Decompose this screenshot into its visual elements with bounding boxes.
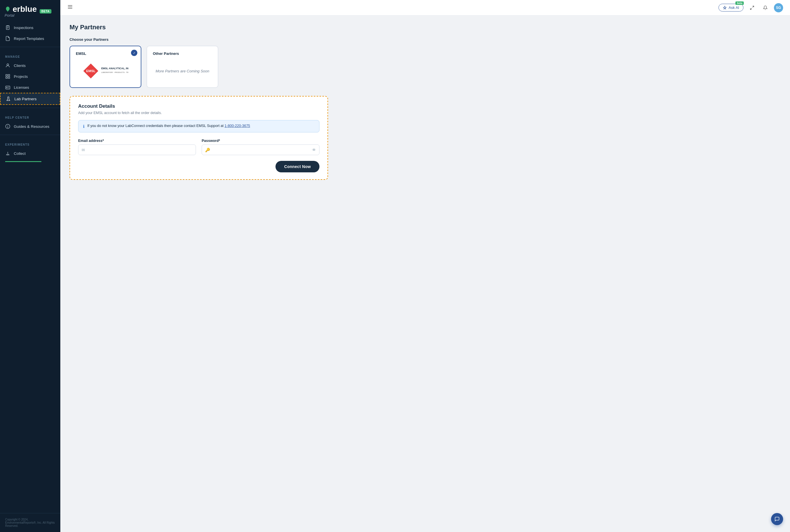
emsl-phone-link[interactable]: 1-800-220-3675 [225,124,250,128]
info-banner-text: If you do not know your LabConnect crede… [87,124,250,128]
email-form-group: Email address* ✉ [78,139,196,155]
password-form-group: Password* 🔑 👁 [202,139,320,155]
svg-point-7 [6,87,7,88]
logo-portal: Portal [5,13,37,18]
bottom-green-bar [5,161,41,162]
password-input-wrapper: 🔑 👁 [202,145,320,155]
emsl-logo-svg: EMSL EMSL ANALYTICAL, INC. LABORATORY · … [82,63,129,79]
sidebar-item-collect[interactable]: Collect [0,148,60,159]
chat-icon [774,516,780,522]
grid-icon [5,74,10,79]
expand-icon[interactable] [748,3,757,12]
info-banner: ℹ If you do not know your LabConnect cre… [78,120,320,132]
ask-ai-button[interactable]: beta Ask AI [718,4,744,12]
svg-text:EMSL ANALYTICAL, INC.: EMSL ANALYTICAL, INC. [101,67,129,70]
account-details-subtitle: Add your EMSL account to fetch all the o… [78,111,320,115]
svg-point-1 [7,64,8,65]
sidebar-item-report-templates-label: Report Templates [14,37,44,41]
logo-leaf-icon [5,6,11,12]
lab-icon [6,96,11,101]
password-label: Password* [202,139,320,143]
svg-rect-4 [6,77,7,78]
svg-point-11 [7,127,8,128]
sidebar-item-guides-label: Guides & Resources [14,125,50,129]
header-right: beta Ask AI SG [718,3,783,12]
page-title: My Partners [70,23,781,31]
email-icon: ✉ [82,148,85,152]
sidebar-item-lab-partners[interactable]: Lab Partners [0,93,60,105]
experiments-section-label: EXPERIMENTS [0,138,60,148]
sidebar-item-licenses-label: Licenses [14,85,29,90]
svg-rect-2 [6,74,7,76]
info-circle-icon [5,124,10,129]
email-input[interactable] [78,145,196,155]
svg-text:EMSL: EMSL [86,69,95,73]
sidebar: erblue Portal BETA Inspections Report Te… [0,0,60,532]
emsl-card-title: EMSL [76,52,135,56]
form-actions: Connect Now [78,161,320,172]
header: beta Ask AI SG [60,0,790,16]
content: My Partners Choose your Partners EMSL ✓ … [60,16,790,532]
emsl-partner-card[interactable]: EMSL ✓ EMSL EMSL ANALYTICAL, INC. LABORA… [70,46,141,88]
sidebar-item-lab-partners-label: Lab Partners [14,97,37,101]
svg-text:LABORATORY · PRODUCTS · TRAINI: LABORATORY · PRODUCTS · TRAINING [101,71,129,73]
sidebar-item-clients-label: Clients [14,63,25,68]
partner-cards: EMSL ✓ EMSL EMSL ANALYTICAL, INC. LABORA… [70,46,781,88]
other-partners-title: Other Partners [153,52,212,56]
emsl-check-badge: ✓ [131,50,137,56]
sidebar-item-projects-label: Projects [14,74,28,79]
chat-fab-button[interactable] [771,513,783,525]
sparkle-icon [723,6,727,10]
svg-rect-5 [8,77,10,78]
user-avatar[interactable]: SG [774,3,783,12]
sidebar-item-inspections-label: Inspections [14,25,33,30]
beta-badge: BETA [40,9,51,14]
clipboard-icon [5,25,10,30]
email-input-wrapper: ✉ [78,145,196,155]
sidebar-item-licenses[interactable]: Licenses [0,82,60,93]
coming-soon-text: More Partners are Coming Soon [153,63,212,79]
download-icon [5,151,10,156]
account-details-box: Account Details Add your EMSL account to… [70,96,328,180]
emsl-logo-container: EMSL EMSL ANALYTICAL, INC. LABORATORY · … [76,60,135,82]
file-icon [5,36,10,41]
account-details-title: Account Details [78,103,320,109]
eye-icon[interactable]: 👁 [312,148,316,152]
sidebar-item-inspections[interactable]: Inspections [0,22,60,33]
footer-text: Copyright © 2024, EnvironmentalReports®,… [0,513,60,532]
sidebar-item-projects[interactable]: Projects [0,71,60,82]
svg-line-15 [752,6,754,7]
form-row: Email address* ✉ Password* 🔑 👁 [78,139,320,155]
ai-beta-badge: beta [735,1,744,5]
email-label: Email address* [78,139,196,143]
sidebar-item-guides[interactable]: Guides & Resources [0,121,60,132]
main-area: beta Ask AI SG My Partners Choose your P [60,0,790,532]
ask-ai-label: Ask AI [729,5,739,10]
logo-brand: erblue [5,5,37,13]
id-card-icon [5,85,10,90]
password-input[interactable] [202,145,320,155]
menu-icon[interactable] [67,4,73,11]
sidebar-item-clients[interactable]: Clients [0,60,60,71]
sidebar-logo: erblue Portal BETA [0,0,60,22]
info-icon: ℹ [83,124,84,129]
sidebar-item-report-templates[interactable]: Report Templates [0,33,60,44]
manage-section-label: MANAGE [0,50,60,60]
notification-icon[interactable] [761,3,770,12]
other-partners-card[interactable]: Other Partners More Partners are Coming … [147,46,218,88]
help-section-label: HELP CENTER [0,111,60,121]
choose-partners-label: Choose your Partners [70,37,781,42]
svg-line-16 [750,8,752,10]
svg-rect-3 [8,74,10,76]
key-icon: 🔑 [205,148,210,152]
connect-now-button[interactable]: Connect Now [275,161,320,172]
sidebar-item-collect-label: Collect [14,151,25,156]
user-icon [5,63,10,68]
